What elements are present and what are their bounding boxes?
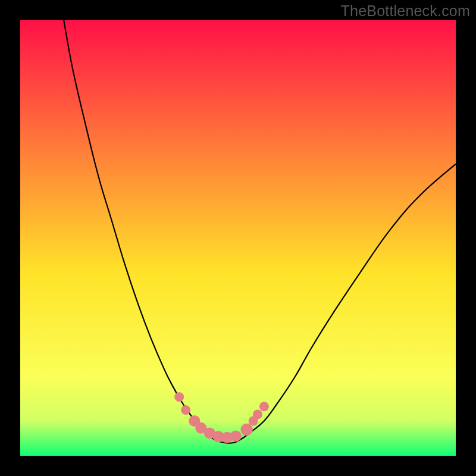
chart-svg bbox=[20, 20, 456, 456]
bottleneck-chart bbox=[20, 20, 456, 456]
gradient-background bbox=[20, 20, 456, 456]
data-marker bbox=[230, 431, 242, 442]
data-marker bbox=[240, 424, 252, 436]
data-marker bbox=[259, 402, 269, 411]
data-marker bbox=[181, 405, 190, 415]
watermark-text: TheBottleneck.com bbox=[341, 2, 470, 20]
data-marker bbox=[174, 392, 184, 402]
data-marker bbox=[253, 409, 262, 419]
